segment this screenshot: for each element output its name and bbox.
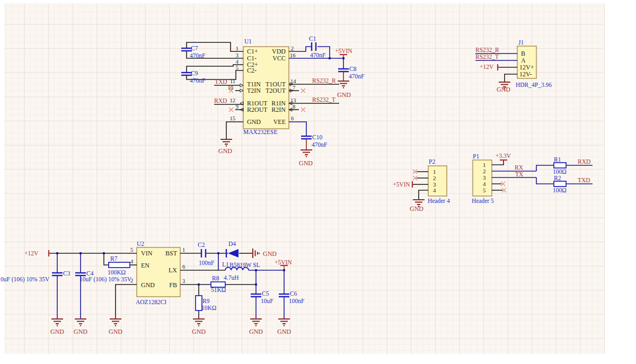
- u1-pin-c1p[interactable]: C1+: [247, 48, 258, 55]
- u1-pin-vdd[interactable]: VDD: [272, 48, 286, 55]
- p2-num-1[interactable]: 1: [433, 168, 436, 175]
- u1-num-16[interactable]: 16: [290, 52, 296, 58]
- p1-num-1[interactable]: 1: [483, 162, 486, 168]
- u1-num-5[interactable]: 5: [236, 65, 238, 70]
- p1-num-3[interactable]: 3: [483, 174, 486, 181]
- c4-val[interactable]: 10uF (106) 10% 35V: [80, 276, 132, 283]
- u1-pin-t2out[interactable]: T2OUT: [266, 87, 286, 94]
- u1-num-8[interactable]: 8: [293, 104, 295, 110]
- u2-pin-lx[interactable]: LX: [169, 267, 177, 274]
- u1-num-3[interactable]: 3: [236, 52, 238, 58]
- u1-num-9[interactable]: 9: [236, 104, 238, 110]
- p2-num-2[interactable]: 2: [433, 175, 436, 181]
- r8-ref[interactable]: R8: [212, 275, 219, 281]
- u1-part[interactable]: MAX232ESE: [243, 129, 278, 135]
- j1-rs232t-label[interactable]: RS232_T: [475, 54, 499, 60]
- u1-num-10[interactable]: 10: [228, 85, 234, 91]
- u1-pin-r2in[interactable]: R2IN: [271, 106, 286, 113]
- u2-pin-bst[interactable]: BST: [165, 250, 178, 257]
- gnd-label-c4[interactable]: GND: [74, 328, 87, 335]
- 12v-label[interactable]: +12V: [24, 250, 39, 256]
- c10-ref[interactable]: C10: [312, 134, 322, 140]
- j1-pin-a[interactable]: A: [521, 57, 526, 64]
- gnd-label-u1[interactable]: GND: [218, 147, 232, 155]
- c8-val[interactable]: 470nF: [349, 73, 364, 79]
- p1-part[interactable]: Header 5: [472, 198, 494, 204]
- u1-pin-t2in[interactable]: T2IN: [247, 87, 261, 94]
- u1-pin-r2out[interactable]: R2OUT: [247, 106, 268, 113]
- r9-ref[interactable]: R9: [202, 298, 210, 304]
- p1-num-4[interactable]: 4: [483, 181, 486, 187]
- r7-val[interactable]: 100KΩ: [108, 269, 126, 276]
- p2-num-4[interactable]: 4: [433, 187, 436, 193]
- u1-num-11[interactable]: 11: [230, 78, 235, 84]
- j1-pin-12vm[interactable]: 12V-: [519, 70, 532, 78]
- u2-part[interactable]: AOZ1282CI: [136, 299, 166, 305]
- p2-ref[interactable]: P2: [429, 158, 435, 165]
- c6-ref[interactable]: C6: [290, 290, 297, 297]
- gnd-label-d4[interactable]: GND: [263, 250, 277, 258]
- 5vin-top-label[interactable]: +5VIN: [335, 48, 352, 54]
- c3-ref[interactable]: C3: [63, 270, 70, 277]
- u2-num-1[interactable]: 1: [182, 247, 185, 253]
- u1-num-12[interactable]: 12: [230, 97, 236, 103]
- u1-pin-vcc[interactable]: VCC: [272, 55, 286, 62]
- r2-val[interactable]: 100Ω: [553, 187, 567, 193]
- rxd-out-label[interactable]: RXD: [578, 158, 590, 165]
- c2-val[interactable]: 100nF: [199, 260, 214, 266]
- j1-part[interactable]: HDR_4P_3.96: [516, 82, 552, 88]
- u2-pin-fb[interactable]: FB: [169, 281, 177, 289]
- u2-num-6[interactable]: 6: [182, 264, 185, 270]
- gnd-label-j1[interactable]: GND: [497, 86, 510, 93]
- rxd-label[interactable]: RXD: [214, 97, 227, 104]
- u1-num-6[interactable]: 6: [291, 116, 294, 121]
- u2-num-2[interactable]: 2: [130, 278, 133, 283]
- tx-label[interactable]: TX: [515, 171, 524, 177]
- u2-num-5[interactable]: 5: [130, 247, 133, 253]
- c2-ref[interactable]: C2: [198, 242, 205, 248]
- r7-symbol[interactable]: [109, 262, 130, 268]
- r1-symbol[interactable]: [554, 163, 566, 168]
- rs232r-label[interactable]: RS232_R: [312, 77, 336, 84]
- u1-num-7[interactable]: 7: [293, 85, 295, 91]
- rx-label[interactable]: RX: [515, 164, 524, 171]
- u2-num-4[interactable]: 4: [130, 259, 134, 264]
- gnd-label-u2[interactable]: GND: [109, 328, 122, 335]
- l1-ref[interactable]: L1: [222, 261, 229, 268]
- gnd-label-c5[interactable]: GND: [249, 328, 263, 335]
- c1-val[interactable]: 470nF: [310, 52, 325, 58]
- p2-body[interactable]: [428, 166, 447, 196]
- u1-num-13[interactable]: 13: [290, 97, 296, 103]
- r2-ref[interactable]: R2: [554, 175, 561, 181]
- j1-ref[interactable]: J1: [518, 39, 524, 46]
- p2-5vin-label[interactable]: +5VIN: [393, 181, 410, 188]
- j1-rs232r-label[interactable]: RS232_R: [475, 47, 499, 53]
- u1-ref[interactable]: U1: [244, 38, 252, 45]
- gnd-label-c10[interactable]: GND: [299, 159, 313, 167]
- 3v3-label[interactable]: +3.3V: [496, 153, 511, 159]
- c9-ref[interactable]: C9: [191, 70, 198, 76]
- j1-pin-b[interactable]: B: [521, 50, 525, 57]
- u1-pin-vee[interactable]: VEE: [273, 118, 286, 126]
- u2-pin-gnd[interactable]: GND: [141, 281, 155, 289]
- u1-num-1[interactable]: 1: [236, 46, 238, 51]
- c7-ref[interactable]: C7: [191, 45, 198, 51]
- r9-val[interactable]: 10KΩ: [201, 305, 216, 311]
- c6-val[interactable]: 100nF: [289, 298, 304, 304]
- gnd-label-c6[interactable]: GND: [277, 328, 291, 335]
- r1-val[interactable]: 100Ω: [553, 168, 567, 175]
- c1-ref[interactable]: C1: [309, 35, 316, 42]
- r8-val[interactable]: 51KΩ: [211, 287, 226, 293]
- u2-ref[interactable]: U2: [137, 241, 144, 247]
- u2-pin-vin[interactable]: VIN: [141, 250, 153, 257]
- gnd-label-p2[interactable]: GND: [410, 205, 423, 212]
- 5vin-out-label[interactable]: +5VIN: [275, 259, 292, 265]
- c3-val[interactable]: 0uF (106) 10% 35V: [1, 276, 50, 283]
- gnd-label-r9[interactable]: GND: [192, 328, 206, 335]
- p1-body[interactable]: [473, 160, 492, 196]
- u2-pin-en[interactable]: EN: [141, 262, 149, 269]
- p2-part[interactable]: Header 4: [428, 198, 450, 204]
- txd-out-label[interactable]: TXD: [578, 177, 590, 183]
- d4-ref[interactable]: D4: [228, 241, 236, 247]
- j1-12v-label[interactable]: +12V: [480, 64, 494, 70]
